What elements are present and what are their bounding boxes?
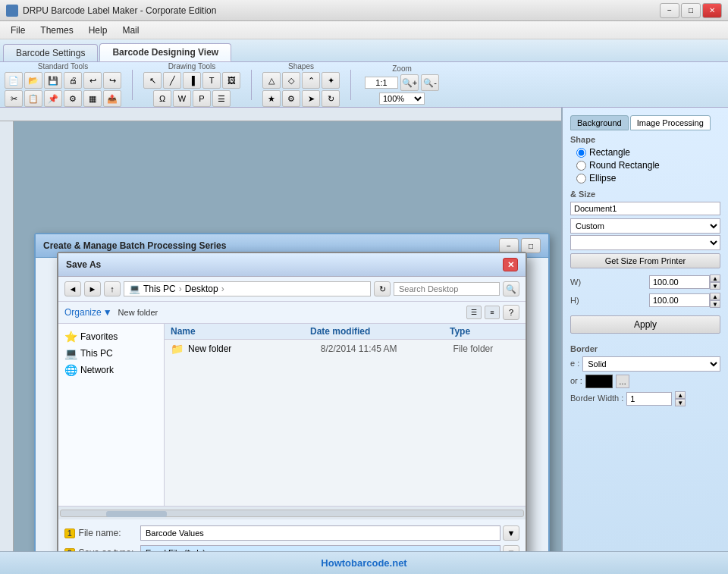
tree-this-pc[interactable]: 💻 This PC <box>61 345 161 362</box>
savetype-dropdown-btn[interactable]: ▼ <box>503 545 519 551</box>
document-name-input[interactable] <box>570 202 720 215</box>
menu-help[interactable]: Help <box>81 24 115 37</box>
horizontal-scrollbar[interactable] <box>58 506 526 519</box>
tb-draw-barcode[interactable]: ▐ <box>183 72 201 89</box>
radio-round-rectangle[interactable] <box>576 161 586 171</box>
tb-paste[interactable]: 📌 <box>44 90 62 107</box>
batch-minimize[interactable]: − <box>499 238 519 253</box>
savetype-input[interactable] <box>140 545 500 551</box>
menu-mail[interactable]: Mail <box>115 24 146 37</box>
help-button[interactable]: ? <box>503 305 519 320</box>
filename-input[interactable] <box>140 525 500 541</box>
nav-refresh[interactable]: ↻ <box>374 281 391 296</box>
bc-this-pc[interactable]: This PC <box>143 284 176 294</box>
view-details[interactable]: ≡ <box>485 306 500 319</box>
savetype-row: 2 Save as type: ▼ <box>64 545 519 551</box>
close-button[interactable]: ✕ <box>702 3 722 18</box>
view-list[interactable]: ☰ <box>466 306 482 319</box>
height-down[interactable]: ▼ <box>710 300 720 308</box>
website-link[interactable]: Howtobarcode.net <box>321 557 406 569</box>
width-input[interactable] <box>649 275 710 289</box>
tb-open[interactable]: 📂 <box>24 72 42 89</box>
app-icon <box>6 5 18 17</box>
tb-draw-line[interactable]: ╱ <box>163 72 181 89</box>
search-input[interactable] <box>394 282 500 296</box>
tb-draw-filter[interactable]: ☰ <box>212 90 231 107</box>
zoom-in[interactable]: 🔍+ <box>400 74 419 91</box>
tb-draw-select[interactable]: ↖ <box>143 72 162 89</box>
nav-up[interactable]: ↑ <box>104 281 121 296</box>
width-down[interactable]: ▼ <box>710 282 720 290</box>
tb-draw-text[interactable]: T <box>202 72 221 89</box>
border-width-up[interactable]: ▲ <box>675 391 686 399</box>
new-folder-button[interactable]: New folder <box>118 308 158 317</box>
panel-tab-image-processing[interactable]: Image Processing <box>630 115 711 130</box>
radio-rectangle[interactable] <box>576 148 586 158</box>
search-button[interactable]: 🔍 <box>503 281 519 296</box>
shape-round-rectangle[interactable]: Round Rectangle <box>576 160 720 171</box>
shape-gear[interactable]: ⚙ <box>282 90 300 107</box>
width-up[interactable]: ▲ <box>710 274 720 282</box>
tb-copy[interactable]: 📋 <box>24 90 42 107</box>
tb-export[interactable]: 📤 <box>103 90 121 107</box>
menu-file[interactable]: File <box>3 24 33 37</box>
shape-star5[interactable]: ✦ <box>322 72 340 89</box>
breadcrumb[interactable]: 💻 This PC › Desktop › <box>124 281 371 296</box>
panel-tab-background[interactable]: Background <box>570 115 629 130</box>
header-date[interactable]: Date modified <box>310 326 450 337</box>
border-width-down[interactable]: ▼ <box>675 399 686 406</box>
filename-label-text: File name: <box>79 528 121 538</box>
shape-chevron[interactable]: ⌃ <box>302 72 320 89</box>
size-dropdown-2[interactable] <box>570 235 720 250</box>
organize-button[interactable]: Organize ▼ <box>64 307 112 318</box>
tab-barcode-settings[interactable]: Barcode Settings <box>3 44 98 61</box>
tb-print[interactable]: 🖨 <box>64 72 82 89</box>
tree-favorites[interactable]: ⭐ Favorites <box>61 328 161 345</box>
nav-back[interactable]: ◄ <box>64 281 81 296</box>
tb-draw-image[interactable]: 🖼 <box>222 72 240 89</box>
radio-ellipse[interactable] <box>576 174 586 183</box>
shape-rotate[interactable]: ↻ <box>322 90 340 107</box>
file-date: 8/2/2014 11:45 AM <box>321 343 453 354</box>
tb-barcode[interactable]: ▦ <box>83 90 102 107</box>
tb-draw-db[interactable]: Ω <box>153 90 171 107</box>
bc-desktop[interactable]: Desktop <box>185 284 218 294</box>
nav-forward[interactable]: ► <box>84 281 101 296</box>
tb-save[interactable]: 💾 <box>44 72 62 89</box>
tab-barcode-designing[interactable]: Barcode Designing View <box>99 43 231 61</box>
save-close-button[interactable]: ✕ <box>503 258 518 271</box>
header-name[interactable]: Name <box>171 326 310 337</box>
height-up[interactable]: ▲ <box>710 293 720 300</box>
file-row[interactable]: 📁 New folder 8/2/2014 11:45 AM File fold… <box>165 340 526 358</box>
tb-cut[interactable]: ✂ <box>5 90 23 107</box>
get-size-from-printer-button[interactable]: Get Size From Printer <box>570 253 720 268</box>
filename-dropdown-btn[interactable]: ▼ <box>503 525 519 541</box>
header-type[interactable]: Type <box>450 326 519 337</box>
apply-button[interactable]: Apply <box>570 315 720 334</box>
batch-maximize[interactable]: □ <box>521 238 541 253</box>
zoom-percent-select[interactable]: 100% <box>379 93 425 105</box>
shape-triangle[interactable]: △ <box>262 72 281 89</box>
shape-ellipse[interactable]: Ellipse <box>576 173 720 183</box>
tb-new[interactable]: 📄 <box>5 72 23 89</box>
tb-draw-word[interactable]: W <box>173 90 191 107</box>
tb-draw-pdf[interactable]: P <box>193 90 211 107</box>
shape-diamond[interactable]: ◇ <box>282 72 300 89</box>
height-input[interactable] <box>649 293 710 307</box>
tb-redo[interactable]: ↪ <box>103 72 121 89</box>
shape-star[interactable]: ★ <box>262 90 281 107</box>
border-color-picker-btn[interactable]: … <box>616 375 629 388</box>
menu-themes[interactable]: Themes <box>33 24 80 37</box>
minimize-button[interactable]: − <box>660 3 679 18</box>
shape-arrow[interactable]: ➤ <box>302 90 320 107</box>
size-dropdown-1[interactable]: Custom <box>570 218 720 234</box>
shape-rectangle[interactable]: Rectangle <box>576 147 720 158</box>
border-width-input[interactable] <box>626 392 672 406</box>
tb-settings[interactable]: ⚙ <box>64 90 82 107</box>
border-style-select[interactable]: Solid <box>582 356 720 372</box>
tree-network[interactable]: 🌐 Network <box>61 362 161 378</box>
tb-undo[interactable]: ↩ <box>83 72 102 89</box>
zoom-out[interactable]: 🔍- <box>421 74 439 91</box>
border-color-swatch[interactable] <box>585 375 613 388</box>
maximize-button[interactable]: □ <box>681 3 701 18</box>
